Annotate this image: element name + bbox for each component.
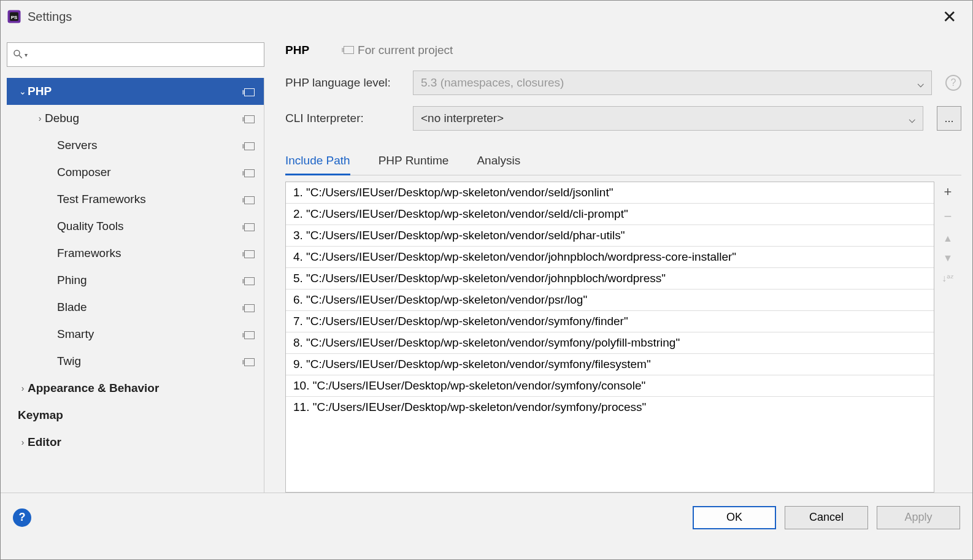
project-scope-icon — [244, 167, 255, 178]
php-language-level-label: PHP language level: — [285, 76, 406, 90]
sort-button[interactable]: ↓ᵃᶻ — [942, 272, 954, 284]
titlebar: PS Settings ✕ — [1, 1, 972, 33]
tree-item-php[interactable]: ⌄PHP — [7, 78, 264, 105]
tree-item-label: Debug — [45, 112, 244, 125]
page-title: PHP — [285, 44, 309, 57]
tree-item-blade[interactable]: Blade — [7, 294, 264, 321]
project-scope-icon — [244, 302, 255, 313]
project-scope-icon — [244, 275, 255, 286]
include-path-row[interactable]: 3. "C:/Users/IEUser/Desktop/wp-skeleton/… — [286, 225, 934, 247]
project-scope-icon — [244, 248, 255, 259]
tab-php-runtime[interactable]: PHP Runtime — [379, 148, 449, 175]
include-path-row[interactable]: 6. "C:/Users/IEUser/Desktop/wp-skeleton/… — [286, 290, 934, 311]
project-scope-icon — [244, 356, 255, 367]
ok-button[interactable]: OK — [693, 506, 776, 529]
list-toolbar: + − ▲ ▼ ↓ᵃᶻ — [934, 182, 961, 493]
cancel-button[interactable]: Cancel — [785, 506, 868, 529]
tab-include-path[interactable]: Include Path — [285, 148, 350, 175]
sidebar: ▾ ⌄PHP›DebugServersComposerTest Framewor… — [1, 33, 271, 493]
tree-item-servers[interactable]: Servers — [7, 132, 264, 159]
project-scope-icon — [344, 44, 354, 57]
window-title: Settings — [28, 10, 72, 24]
close-icon[interactable]: ✕ — [931, 7, 967, 27]
tree-item-label: Phing — [57, 274, 244, 287]
tree-item-twig[interactable]: Twig — [7, 348, 264, 375]
include-path-row[interactable]: 10. "C:/Users/IEUser/Desktop/wp-skeleton… — [286, 375, 934, 397]
help-icon[interactable]: ? — [945, 75, 961, 91]
tree-item-editor[interactable]: ›Editor — [7, 429, 264, 456]
tree-item-label: Quality Tools — [57, 220, 244, 233]
include-path-row[interactable]: 4. "C:/Users/IEUser/Desktop/wp-skeleton/… — [286, 247, 934, 268]
include-path-row[interactable]: 2. "C:/Users/IEUser/Desktop/wp-skeleton/… — [286, 204, 934, 225]
project-scope-icon — [244, 140, 255, 151]
search-input[interactable] — [31, 49, 259, 60]
tree-item-label: Appearance & Behavior — [28, 382, 255, 395]
move-down-button[interactable]: ▼ — [943, 253, 953, 264]
chevron-down-icon: ⌵ — [917, 76, 924, 90]
main-panel: PHP For current project PHP language lev… — [271, 33, 972, 493]
remove-button[interactable]: − — [944, 209, 952, 224]
tree-item-label: Keymap — [18, 408, 255, 422]
app-icon: PS — [6, 8, 23, 25]
add-button[interactable]: + — [944, 184, 952, 200]
tree-item-appearance-behavior[interactable]: ›Appearance & Behavior — [7, 375, 264, 402]
tree-item-label: Composer — [57, 166, 244, 179]
tree-item-label: Blade — [57, 301, 244, 314]
svg-text:PS: PS — [11, 15, 17, 20]
help-button[interactable]: ? — [13, 508, 31, 527]
include-path-row[interactable]: 9. "C:/Users/IEUser/Desktop/wp-skeleton/… — [286, 354, 934, 375]
tree-item-label: Editor — [28, 435, 255, 449]
tree-item-composer[interactable]: Composer — [7, 159, 264, 186]
move-up-button[interactable]: ▲ — [943, 233, 953, 244]
svg-line-4 — [19, 55, 22, 58]
php-language-level-dropdown[interactable]: 5.3 (namespaces, closures) ⌵ — [413, 71, 932, 95]
project-scope-icon — [244, 221, 255, 232]
apply-button[interactable]: Apply — [877, 506, 960, 529]
tree-item-label: Test Frameworks — [57, 193, 244, 206]
tree-item-quality-tools[interactable]: Quality Tools — [7, 213, 264, 240]
search-icon — [12, 48, 23, 61]
tree-item-frameworks[interactable]: Frameworks — [7, 240, 264, 267]
include-path-row[interactable]: 7. "C:/Users/IEUser/Desktop/wp-skeleton/… — [286, 311, 934, 332]
tabs: Include PathPHP RuntimeAnalysis — [285, 148, 961, 175]
php-language-level-value: 5.3 (namespaces, closures) — [421, 76, 564, 90]
include-path-row[interactable]: 1. "C:/Users/IEUser/Desktop/wp-skeleton/… — [286, 182, 934, 204]
project-scope-icon — [244, 86, 255, 97]
svg-point-3 — [14, 50, 20, 56]
cli-interpreter-browse-button[interactable]: ... — [937, 106, 961, 131]
tree-item-label: Twig — [57, 355, 244, 368]
include-path-row[interactable]: 11. "C:/Users/IEUser/Desktop/wp-skeleton… — [286, 397, 934, 418]
chevron-right-icon: › — [18, 383, 28, 393]
chevron-right-icon: › — [18, 437, 28, 447]
tree-item-label: Frameworks — [57, 247, 244, 260]
search-input-wrap[interactable]: ▾ — [7, 42, 264, 67]
chevron-right-icon: › — [35, 113, 45, 123]
footer: ? OK Cancel Apply — [1, 493, 972, 542]
project-scope-icon — [244, 113, 255, 124]
cli-interpreter-dropdown[interactable]: <no interpreter> ⌵ — [413, 106, 923, 131]
chevron-down-icon: ⌄ — [18, 86, 28, 96]
project-scope-icon — [244, 329, 255, 340]
cli-interpreter-value: <no interpreter> — [421, 112, 504, 125]
cli-interpreter-label: CLI Interpreter: — [285, 112, 406, 125]
tab-analysis[interactable]: Analysis — [477, 148, 520, 175]
tree-item-smarty[interactable]: Smarty — [7, 321, 264, 348]
project-scope-label: For current project — [358, 44, 453, 57]
tree-item-debug[interactable]: ›Debug — [7, 105, 264, 132]
search-caret-icon[interactable]: ▾ — [25, 52, 28, 58]
include-path-row[interactable]: 5. "C:/Users/IEUser/Desktop/wp-skeleton/… — [286, 268, 934, 290]
tree-item-phing[interactable]: Phing — [7, 267, 264, 294]
chevron-down-icon: ⌵ — [909, 112, 915, 126]
include-path-row[interactable]: 8. "C:/Users/IEUser/Desktop/wp-skeleton/… — [286, 332, 934, 354]
tree-item-label: PHP — [28, 85, 244, 98]
for-current-project-hint: For current project — [344, 44, 453, 57]
include-path-list[interactable]: 1. "C:/Users/IEUser/Desktop/wp-skeleton/… — [285, 182, 934, 493]
project-scope-icon — [244, 194, 255, 205]
settings-tree: ⌄PHP›DebugServersComposerTest Frameworks… — [7, 78, 264, 493]
tree-item-keymap[interactable]: Keymap — [7, 402, 264, 429]
tree-item-label: Smarty — [57, 328, 244, 341]
tree-item-test-frameworks[interactable]: Test Frameworks — [7, 186, 264, 213]
tree-item-label: Servers — [57, 139, 244, 152]
